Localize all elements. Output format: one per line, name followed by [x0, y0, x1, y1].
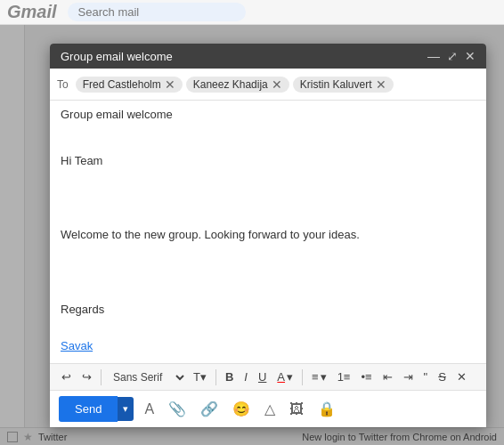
undo-button[interactable]: ↩ — [57, 368, 76, 386]
compose-actions-bar: Send ▾ A 📎 🔗 😊 △ 🖼 🔒 — [50, 390, 486, 427]
send-button-group: Send ▾ — [59, 396, 134, 422]
recipient-chip-fred: Fred Castleholm ✕ — [76, 77, 183, 93]
bullet-list-button[interactable]: •≡ — [356, 368, 376, 386]
formatting-options-icon[interactable]: A — [141, 398, 158, 421]
compose-subject: Group email welcome — [61, 108, 476, 125]
compose-title: Group email welcome — [61, 50, 173, 63]
bold-button[interactable]: B — [221, 368, 238, 386]
recipient-name: Kristin Kaluvert — [300, 78, 372, 91]
toolbar-separator-3 — [302, 369, 303, 385]
quote-button[interactable]: " — [419, 368, 433, 386]
minimize-icon[interactable]: — — [427, 49, 440, 63]
expand-icon[interactable]: ⤢ — [447, 49, 458, 63]
drive-icon[interactable]: △ — [261, 397, 279, 421]
align-button[interactable]: ≡▾ — [307, 368, 331, 386]
strikethrough-button[interactable]: S — [434, 368, 451, 386]
numbered-list-button[interactable]: 1≡ — [333, 368, 355, 386]
italic-button[interactable]: I — [240, 368, 252, 386]
compose-text-area[interactable]: Hi Team Welcome to the new group. Lookin… — [61, 134, 476, 356]
align-icon: ≡ — [312, 370, 319, 384]
insert-photo-icon[interactable]: 🖼 — [286, 398, 307, 421]
send-button[interactable]: Send — [59, 396, 118, 422]
indent-icon: ⇥ — [403, 370, 413, 384]
recipient-name: Fred Castleholm — [83, 78, 161, 91]
compose-to-row: To Fred Castleholm ✕ Kaneez Khadija ✕ Kr… — [50, 69, 486, 101]
recipient-chip-kristin: Kristin Kaluvert ✕ — [293, 77, 394, 93]
remove-recipient-kristin[interactable]: ✕ — [376, 78, 386, 91]
text-color-label: A — [277, 370, 285, 384]
compose-modal: Group email welcome — ⤢ ✕ To Fred Castle… — [50, 44, 486, 427]
insert-link-icon[interactable]: 🔗 — [197, 397, 222, 421]
quote-icon: " — [424, 370, 428, 384]
bullet-list-icon: •≡ — [361, 370, 371, 384]
numbered-list-icon: 1≡ — [337, 370, 351, 384]
remove-format-icon: ✕ — [457, 370, 467, 384]
send-dropdown-button[interactable]: ▾ — [118, 397, 134, 421]
redo-button[interactable]: ↪ — [77, 368, 96, 386]
recipient-chip-kaneez: Kaneez Khadija ✕ — [186, 77, 289, 93]
outdent-button[interactable]: ⇤ — [378, 368, 397, 386]
toolbar-separator-2 — [215, 369, 216, 385]
search-input[interactable] — [68, 3, 246, 21]
gmail-logo: Gmail — [7, 2, 57, 22]
compose-header-controls: — ⤢ ✕ — [427, 49, 476, 63]
body-line5: Regards — [61, 303, 104, 316]
compose-body-area[interactable]: Group email welcome Hi Team Welcome to t… — [50, 101, 486, 363]
attach-file-icon[interactable]: 📎 — [165, 397, 190, 421]
remove-recipient-fred[interactable]: ✕ — [165, 78, 175, 91]
emoji-icon[interactable]: 😊 — [229, 397, 254, 421]
confidential-icon[interactable]: 🔒 — [314, 397, 339, 421]
body-line3: Welcome to the new group. Looking forwar… — [61, 228, 360, 241]
indent-button[interactable]: ⇥ — [399, 368, 418, 386]
font-family-select[interactable]: Sans Serif Serif Monospace — [106, 368, 187, 386]
remove-format-button[interactable]: ✕ — [452, 368, 471, 386]
to-label: To — [57, 78, 69, 91]
remove-recipient-kaneez[interactable]: ✕ — [272, 78, 282, 91]
text-color-button[interactable]: A▾ — [272, 368, 297, 386]
underline-button[interactable]: U — [254, 368, 271, 386]
compose-header[interactable]: Group email welcome — ⤢ ✕ — [50, 44, 486, 69]
toolbar-separator-1 — [101, 369, 102, 385]
font-size-button[interactable]: T▾ — [189, 368, 211, 386]
font-size-icon: T▾ — [193, 370, 207, 384]
body-line1: Hi Team — [61, 154, 102, 167]
strikethrough-icon: S — [438, 370, 446, 384]
signature-link[interactable]: Savak — [61, 339, 93, 352]
recipient-name: Kaneez Khadija — [193, 78, 268, 91]
close-icon[interactable]: ✕ — [465, 49, 476, 63]
gmail-topbar: Gmail — [0, 0, 504, 25]
outdent-icon: ⇤ — [383, 370, 393, 384]
formatting-toolbar: ↩ ↪ Sans Serif Serif Monospace T▾ B I U … — [50, 363, 486, 390]
